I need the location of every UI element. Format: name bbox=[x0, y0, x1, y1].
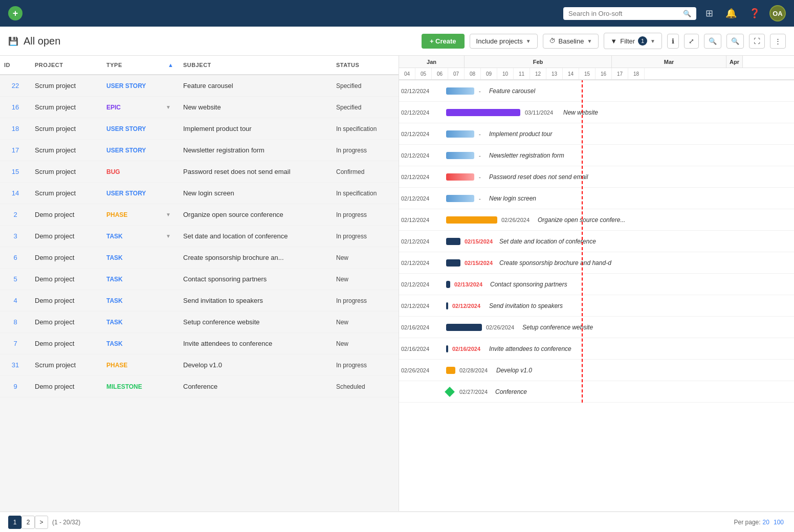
info-button[interactable]: ℹ bbox=[667, 34, 679, 49]
table-side: ID PROJECT TYPE ▲ SUBJECT STATUS 22 Scru… bbox=[0, 56, 399, 511]
bell-icon[interactable]: 🔔 bbox=[722, 5, 740, 22]
row-type[interactable]: PHASE bbox=[102, 358, 164, 373]
row-type[interactable]: TASK bbox=[102, 336, 164, 351]
row-id[interactable]: 15 bbox=[0, 164, 31, 180]
row-id[interactable]: 17 bbox=[0, 142, 31, 158]
day-18: 18 bbox=[628, 68, 645, 79]
gantt-row-5: 02/12/2024 02/13/2024 Contact sponsoring… bbox=[399, 274, 794, 295]
row-subject: Send invitation to speakers bbox=[179, 293, 332, 308]
row-type[interactable]: EPIC bbox=[102, 100, 164, 115]
page-wrapper: 💾 All open + Create Include projects ▼ ⏱… bbox=[0, 27, 794, 532]
row-id[interactable]: 4 bbox=[0, 293, 31, 308]
search-bar[interactable]: 🔍 bbox=[563, 7, 696, 20]
row-type[interactable]: TASK bbox=[102, 250, 164, 265]
row-type[interactable]: PHASE bbox=[102, 207, 164, 223]
row-type[interactable]: USER STORY bbox=[102, 143, 164, 158]
gantt-start-date: 02/16/2024 bbox=[399, 324, 445, 330]
row-project: Scrum project bbox=[31, 78, 102, 94]
day-07: 07 bbox=[448, 68, 465, 79]
table-row: 17 Scrum project USER STORY Newsletter r… bbox=[0, 140, 399, 161]
row-id[interactable]: 5 bbox=[0, 271, 31, 287]
zoom-in-button[interactable]: 🔍 bbox=[726, 34, 744, 49]
row-subject: Password reset does not send email bbox=[179, 164, 332, 180]
filter-label: Filter bbox=[620, 37, 635, 45]
search-input[interactable] bbox=[568, 10, 680, 17]
row-project: Scrum project bbox=[31, 164, 102, 180]
row-type[interactable]: TASK bbox=[102, 293, 164, 308]
row-chevron[interactable]: ▼ bbox=[164, 208, 179, 221]
row-id[interactable]: 7 bbox=[0, 336, 31, 351]
fullscreen-button[interactable]: ⛶ bbox=[749, 34, 765, 49]
row-type[interactable]: USER STORY bbox=[102, 78, 164, 94]
expand-button[interactable]: ⤢ bbox=[684, 34, 699, 49]
row-id[interactable]: 8 bbox=[0, 314, 31, 330]
page-title: All open bbox=[24, 35, 60, 47]
row-subject: Conference bbox=[179, 379, 332, 394]
row-id[interactable]: 9 bbox=[0, 379, 31, 394]
per-page-100-button[interactable]: 100 bbox=[771, 518, 786, 527]
day-09: 09 bbox=[481, 68, 497, 79]
zoom-out-button[interactable]: 🔍 bbox=[704, 34, 721, 49]
row-status: In specification bbox=[332, 121, 399, 137]
day-08: 08 bbox=[465, 68, 481, 79]
filter-button[interactable]: ▼ Filter 1 ▼ bbox=[604, 33, 662, 49]
row-type[interactable]: USER STORY bbox=[102, 121, 164, 137]
month-apr: Apr bbox=[726, 56, 743, 68]
baseline-button[interactable]: ⏱ Baseline ▼ bbox=[543, 34, 599, 49]
row-type[interactable]: MILESTONE bbox=[102, 379, 164, 394]
user-avatar[interactable]: OA bbox=[769, 5, 786, 21]
row-chevron[interactable]: ▼ bbox=[164, 100, 179, 114]
row-type[interactable]: TASK bbox=[102, 272, 164, 287]
gantt-label: Password reset does not send email bbox=[489, 173, 588, 181]
row-id[interactable]: 31 bbox=[0, 357, 31, 373]
row-subject: New website bbox=[179, 99, 332, 115]
help-icon[interactable]: ❓ bbox=[746, 5, 763, 22]
row-id[interactable]: 22 bbox=[0, 78, 31, 94]
row-status: New bbox=[332, 272, 399, 287]
next-page-button[interactable]: > bbox=[35, 516, 48, 529]
month-jan: Jan bbox=[399, 56, 465, 68]
include-projects-button[interactable]: Include projects ▼ bbox=[470, 34, 538, 49]
grid-icon[interactable]: ⊞ bbox=[702, 5, 716, 22]
row-id[interactable]: 2 bbox=[0, 207, 31, 223]
row-chevron bbox=[164, 125, 179, 133]
row-type[interactable]: TASK bbox=[102, 315, 164, 330]
create-button[interactable]: + Create bbox=[422, 34, 465, 49]
row-project: Demo project bbox=[31, 207, 102, 223]
more-button[interactable]: ⋮ bbox=[770, 34, 786, 49]
table-row: 18 Scrum project USER STORY Implement pr… bbox=[0, 118, 399, 140]
chevron-down-icon-3: ▼ bbox=[650, 38, 655, 44]
expand-icon: ⤢ bbox=[689, 37, 694, 45]
row-id[interactable]: 18 bbox=[0, 121, 31, 137]
row-subject: Implement product tour bbox=[179, 121, 332, 137]
gantt-bar bbox=[446, 259, 460, 267]
gantt-diamond bbox=[445, 387, 455, 397]
day-15: 15 bbox=[579, 68, 596, 79]
app-logo[interactable]: + bbox=[8, 6, 23, 20]
filter-icon: ▼ bbox=[610, 37, 617, 45]
page-2-button[interactable]: 2 bbox=[21, 516, 35, 529]
row-id[interactable]: 16 bbox=[0, 99, 31, 115]
col-type: TYPE bbox=[102, 60, 164, 70]
page-1-button[interactable]: 1 bbox=[8, 516, 21, 529]
gantt-bar bbox=[446, 281, 450, 288]
row-status: In progress bbox=[332, 229, 399, 244]
row-id[interactable]: 14 bbox=[0, 185, 31, 201]
gantt-start-date: 02/16/2024 bbox=[399, 346, 445, 352]
row-type[interactable]: TASK bbox=[102, 229, 164, 244]
col-sort[interactable]: ▲ bbox=[164, 60, 179, 70]
more-icon: ⋮ bbox=[775, 37, 781, 45]
per-page-20-button[interactable]: 20 bbox=[761, 518, 771, 527]
row-status: Specified bbox=[332, 100, 399, 115]
row-chevron[interactable]: ▼ bbox=[164, 229, 179, 243]
gantt-row-17: 02/12/2024 - Newsletter registration for… bbox=[399, 145, 794, 166]
row-type[interactable]: USER STORY bbox=[102, 186, 164, 201]
row-id[interactable]: 6 bbox=[0, 250, 31, 265]
row-project: Demo project bbox=[31, 379, 102, 394]
gantt-label: Implement product tour bbox=[489, 130, 552, 138]
col-id: ID bbox=[0, 60, 31, 70]
search-icon: 🔍 bbox=[683, 10, 691, 17]
row-type[interactable]: BUG bbox=[102, 164, 164, 180]
row-id[interactable]: 3 bbox=[0, 228, 31, 244]
gantt-bar bbox=[446, 345, 448, 352]
